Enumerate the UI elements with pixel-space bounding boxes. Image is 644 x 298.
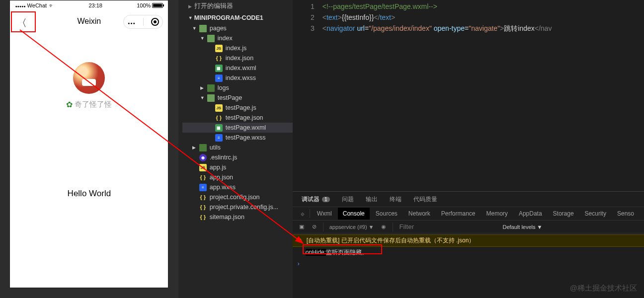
devtab-security[interactable]: Security: [580, 208, 611, 220]
capsule-menu[interactable]: [123, 15, 163, 29]
js-icon: JS: [199, 164, 207, 171]
avatar: [73, 62, 105, 94]
json-icon: { }: [215, 55, 223, 62]
folder-index[interactable]: ▼index: [182, 33, 293, 43]
back-button[interactable]: 〈: [17, 16, 27, 30]
simulator-pane: WeChatᯤ 23:18 100% 〈 Weixin ✿ 奇了怪了怪: [0, 0, 178, 298]
tab-debugger[interactable]: 调试器 1: [300, 192, 332, 207]
signal: WeChatᯤ: [15, 2, 54, 8]
json-icon: { }: [199, 204, 207, 211]
console-filter-input[interactable]: [397, 222, 496, 231]
phone-status-bar: WeChatᯤ 23:18 100%: [10, 0, 168, 10]
console-prompt[interactable]: ›: [293, 258, 644, 269]
log-levels-select[interactable]: Default levels ▼: [499, 224, 545, 230]
tab-problems[interactable]: 问题: [340, 192, 356, 207]
log-info-row: onHide:监听页面隐藏。: [293, 247, 644, 258]
devtab-performance[interactable]: Performance: [436, 208, 481, 220]
capsule-close-icon[interactable]: [151, 18, 159, 26]
wxss-icon: ≡: [215, 134, 223, 142]
debug-panel: 调试器 1 问题 输出 终端 代码质量 ⟐ Wxml Console Sourc…: [293, 191, 644, 298]
warning-icon: ▲: [298, 236, 304, 243]
folder-testpage[interactable]: ▼testPage: [182, 93, 293, 103]
folder-icon: [207, 84, 215, 92]
folder-icon: [207, 35, 215, 42]
file-app-js[interactable]: JSapp.js: [182, 162, 293, 172]
file-testpage-json[interactable]: { }testPage.json: [182, 113, 293, 123]
folder-pages[interactable]: ▼pages: [182, 23, 293, 33]
wxss-icon: ≡: [215, 74, 223, 82]
json-icon: { }: [199, 214, 207, 221]
hello-world-text: Hello World: [10, 189, 168, 199]
json-icon: { }: [199, 174, 207, 181]
username-line: ✿ 奇了怪了怪: [66, 100, 112, 109]
folder-icon: [199, 144, 207, 151]
file-testpage-wxss[interactable]: ≡testPage.wxss: [182, 133, 293, 143]
file-eslintrc[interactable]: ◉.eslintrc.js: [182, 152, 293, 162]
js-icon: JS: [215, 104, 223, 112]
phone-nav-bar: 〈 Weixin: [10, 10, 168, 32]
file-sitemap[interactable]: { }sitemap.json: [182, 212, 293, 222]
battery: 100%: [137, 2, 163, 8]
debug-top-tabs: 调试器 1 问题 输出 终端 代码质量: [293, 192, 644, 207]
folder-logs[interactable]: ▶logs: [182, 83, 293, 93]
code-content[interactable]: <!--pages/testPage/testPage.wxml--> <tex…: [322, 1, 644, 191]
file-testpage-js[interactable]: JStestPage.js: [182, 103, 293, 113]
json-icon: { }: [215, 114, 223, 122]
devtab-wxml[interactable]: Wxml: [312, 208, 337, 220]
console-toolbar: ▣ ⊘ appservice (#9) ▼ ◉ Default levels ▼: [293, 221, 644, 233]
code-editor[interactable]: 123 <!--pages/testPage/testPage.wxml--> …: [293, 0, 644, 191]
wxml-icon: ▦: [215, 124, 223, 132]
devtools-tabs: ⟐ Wxml Console Sources Network Performan…: [293, 207, 644, 221]
file-project-config[interactable]: { }project.config.json: [182, 192, 293, 202]
tab-quality[interactable]: 代码质量: [411, 192, 439, 207]
devtab-network[interactable]: Network: [403, 208, 435, 220]
js-icon: JS: [215, 45, 223, 52]
devtab-memory[interactable]: Memory: [482, 208, 513, 220]
json-icon: { }: [199, 194, 207, 201]
file-index-wxml[interactable]: ▦index.wxml: [182, 63, 293, 73]
devtab-storage[interactable]: Storage: [548, 208, 579, 220]
watermark: @稀土掘金技术社区: [570, 284, 637, 293]
username-text: 奇了怪了怪: [75, 100, 112, 109]
devtab-sources[interactable]: Sources: [371, 208, 402, 220]
tab-output[interactable]: 输出: [364, 192, 380, 207]
file-index-json[interactable]: { }index.json: [182, 53, 293, 63]
toggle-sidebar-icon[interactable]: ▣: [297, 224, 307, 230]
file-index-js[interactable]: JSindex.js: [182, 43, 293, 53]
devtab-console[interactable]: Console: [338, 208, 370, 220]
file-index-wxss[interactable]: ≡index.wxss: [182, 73, 293, 83]
profile-block: ✿ 奇了怪了怪: [10, 62, 168, 109]
devtab-sensor[interactable]: Senso: [612, 208, 639, 220]
inspect-icon[interactable]: ⟐: [298, 210, 308, 218]
file-testpage-wxml[interactable]: ▦testPage.wxml: [182, 123, 293, 133]
devtab-appdata[interactable]: AppData: [514, 208, 547, 220]
wifi-icon: ᯤ: [49, 2, 54, 8]
tab-terminal[interactable]: 终端: [388, 192, 403, 207]
context-selector[interactable]: appservice (#9) ▼: [327, 223, 376, 231]
log-warn-row: ▲ [自动热重载] 已开启代码文件保存后自动热重载（不支持 .json）: [293, 234, 644, 247]
status-time: 23:18: [88, 2, 102, 8]
file-project-private[interactable]: { }project.private.config.js...: [182, 202, 293, 212]
log-warn-text: [自动热重载] 已开启代码文件保存后自动热重载（不支持 .json）: [307, 236, 475, 245]
file-app-json[interactable]: { }app.json: [182, 172, 293, 182]
line-gutter: 123: [293, 1, 322, 191]
project-root[interactable]: ▼MINIPROGRAM-CODE1: [178, 12, 293, 23]
folder-utils[interactable]: ▶utils: [182, 143, 293, 152]
folder-icon: [207, 94, 215, 102]
file-explorer[interactable]: ▶打开的编辑器 ▼MINIPROGRAM-CODE1 ▼pages ▼index…: [178, 0, 293, 298]
folder-icon: [199, 25, 207, 32]
eslint-icon: ◉: [199, 154, 207, 161]
nav-title: Weixin: [78, 17, 101, 26]
clear-console-icon[interactable]: ⊘: [310, 224, 319, 230]
clover-icon: ✿: [66, 100, 73, 109]
live-expression-icon[interactable]: ◉: [379, 224, 389, 230]
wxml-icon: ▦: [215, 65, 223, 72]
phone-frame: WeChatᯤ 23:18 100% 〈 Weixin ✿ 奇了怪了怪: [9, 0, 168, 288]
open-editors-section[interactable]: ▶打开的编辑器: [178, 0, 293, 12]
wxss-icon: ≡: [199, 184, 207, 191]
capsule-more-icon[interactable]: [128, 17, 136, 26]
file-app-wxss[interactable]: ≡app.wxss: [182, 182, 293, 192]
